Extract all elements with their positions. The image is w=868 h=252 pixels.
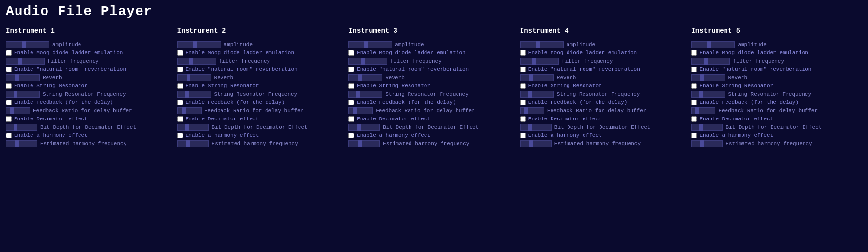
harmony-freq-slider-5[interactable] [691, 140, 723, 147]
resonator-enable-row-1: Enable String Resonator [6, 83, 173, 89]
resonator-freq-slider-3[interactable] [348, 91, 382, 98]
moog-checkbox-4[interactable] [520, 50, 526, 56]
resonator-freq-slider-4[interactable] [520, 91, 554, 98]
feedback-ratio-slider-5[interactable] [691, 107, 715, 114]
harmony-enable-label-5: Enable a harmony effect [699, 133, 773, 138]
moog-checkbox-3[interactable] [348, 50, 354, 56]
harmony-enable-row-5: Enable a harmony effect [691, 133, 858, 138]
reverb-enable-label-4: Enable "natural room" reverberation [528, 67, 640, 72]
resonator-checkbox-1[interactable] [6, 83, 12, 89]
filter-row-4: filter frequency [520, 58, 687, 65]
feedback-ratio-slider-1[interactable] [6, 107, 30, 114]
harmony-checkbox-5[interactable] [691, 133, 697, 138]
resonator-freq-label-5: String Resonator Frequency [728, 91, 811, 97]
decimator-checkbox-4[interactable] [520, 116, 526, 122]
instrument-title-3: Instrument 3 [348, 27, 516, 36]
filter-slider-3[interactable] [348, 58, 387, 65]
moog-checkbox-2[interactable] [177, 50, 183, 56]
feedback-checkbox-4[interactable] [520, 100, 526, 105]
moog-checkbox-5[interactable] [691, 50, 697, 56]
bit-depth-slider-4[interactable] [520, 124, 552, 131]
filter-row-1: filter frequency [6, 58, 173, 65]
resonator-freq-slider-5[interactable] [691, 91, 725, 98]
reverb-checkbox-1[interactable] [6, 67, 12, 72]
resonator-checkbox-4[interactable] [520, 83, 526, 89]
reverb-checkbox-3[interactable] [348, 67, 354, 72]
feedback-checkbox-3[interactable] [348, 100, 354, 105]
bit-depth-slider-1[interactable] [6, 124, 37, 131]
bit-depth-slider-5[interactable] [691, 124, 723, 131]
feedback-checkbox-2[interactable] [177, 100, 183, 105]
amplitude-slider-5[interactable] [691, 41, 735, 48]
feedback-enable-label-4: Enable Feedback (for the delay) [528, 100, 628, 105]
reverb-slider-3[interactable] [348, 74, 382, 81]
amplitude-slider-4[interactable] [520, 41, 564, 48]
decimator-checkbox-3[interactable] [348, 116, 354, 122]
instrument-title-5: Instrument 5 [691, 27, 858, 36]
amplitude-label-4: amplitude [567, 42, 595, 48]
harmony-checkbox-4[interactable] [520, 133, 526, 138]
resonator-checkbox-3[interactable] [348, 83, 354, 89]
resonator-enable-label-5: Enable String Resonator [699, 83, 773, 89]
resonator-freq-slider-2[interactable] [177, 91, 211, 98]
resonator-freq-label-1: String Resonator Frequency [43, 91, 126, 97]
moog-label-3: Enable Moog diode ladder emulation [357, 50, 465, 56]
bit-depth-row-5: Bit Depth for Decimator Effect [691, 124, 858, 131]
feedback-enable-label-1: Enable Feedback (for the delay) [14, 100, 113, 105]
harmony-freq-label-2: Estimated harmony frequency [212, 141, 298, 147]
instrument-title-4: Instrument 4 [520, 27, 687, 36]
instrument-col-1: Instrument 1 amplitude Enable Moog diode… [6, 27, 177, 149]
filter-slider-5[interactable] [691, 58, 730, 65]
decimator-checkbox-1[interactable] [6, 116, 12, 122]
feedback-ratio-slider-4[interactable] [520, 107, 544, 114]
reverb-checkbox-4[interactable] [520, 67, 526, 72]
instrument-col-2: Instrument 2 amplitude Enable Moog diode… [177, 27, 349, 149]
decimator-checkbox-2[interactable] [177, 116, 183, 122]
resonator-freq-label-3: String Resonator Frequency [385, 91, 469, 97]
filter-slider-4[interactable] [520, 58, 559, 65]
amplitude-slider-3[interactable] [348, 41, 392, 48]
reverb-slider-1[interactable] [6, 74, 40, 81]
feedback-ratio-row-4: Feedback Ratio for delay buffer [520, 107, 687, 114]
decimator-checkbox-5[interactable] [691, 116, 697, 122]
resonator-checkbox-5[interactable] [691, 83, 697, 89]
filter-row-3: filter frequency [348, 58, 516, 65]
resonator-enable-label-4: Enable String Resonator [528, 83, 602, 89]
resonator-checkbox-2[interactable] [177, 83, 183, 89]
reverb-slider-2[interactable] [177, 74, 211, 81]
amplitude-slider-2[interactable] [177, 41, 221, 48]
resonator-enable-label-2: Enable String Resonator [186, 83, 259, 89]
bit-depth-label-4: Bit Depth for Decimator Effect [554, 124, 650, 130]
harmony-checkbox-3[interactable] [348, 133, 354, 138]
harmony-enable-row-1: Enable a harmony effect [6, 133, 173, 138]
moog-checkbox-1[interactable] [6, 50, 12, 56]
harmony-freq-slider-4[interactable] [520, 140, 552, 147]
reverb-slider-4[interactable] [520, 74, 554, 81]
bit-depth-slider-2[interactable] [177, 124, 209, 131]
feedback-ratio-slider-2[interactable] [177, 107, 202, 114]
reverb-checkbox-5[interactable] [691, 67, 697, 72]
harmony-freq-slider-2[interactable] [177, 140, 209, 147]
feedback-checkbox-1[interactable] [6, 100, 12, 105]
resonator-freq-slider-1[interactable] [6, 91, 40, 98]
harmony-freq-slider-3[interactable] [348, 140, 380, 147]
feedback-ratio-slider-3[interactable] [348, 107, 373, 114]
reverb-slider-5[interactable] [691, 74, 725, 81]
app-title: Audio File Player [6, 4, 862, 19]
reverb-checkbox-2[interactable] [177, 67, 183, 72]
reverb-label-5: Reverb [728, 75, 747, 81]
decimator-enable-row-4: Enable Decimator effect [520, 116, 687, 122]
amplitude-slider-1[interactable] [6, 41, 49, 48]
harmony-checkbox-2[interactable] [177, 133, 183, 138]
bit-depth-slider-3[interactable] [348, 124, 380, 131]
instrument-col-5: Instrument 5 amplitude Enable Moog diode… [691, 27, 862, 149]
harmony-checkbox-1[interactable] [6, 133, 12, 138]
feedback-ratio-row-2: Feedback Ratio for delay buffer [177, 107, 345, 114]
harmony-freq-slider-1[interactable] [6, 140, 37, 147]
decimator-enable-label-3: Enable Decimator effect [357, 116, 430, 122]
feedback-checkbox-5[interactable] [691, 100, 697, 105]
bit-depth-label-1: Bit Depth for Decimator Effect [40, 124, 136, 130]
instrument-title-1: Instrument 1 [6, 27, 173, 36]
filter-slider-1[interactable] [6, 58, 45, 65]
filter-slider-2[interactable] [177, 58, 216, 65]
